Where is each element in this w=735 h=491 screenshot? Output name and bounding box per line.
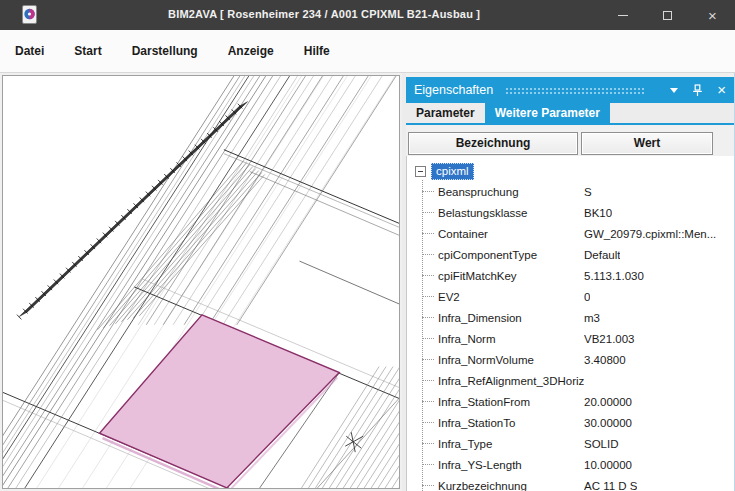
tree-branch-line [422, 275, 434, 276]
window-controls: × [600, 0, 735, 30]
property-value: GW_20979.cpixml::Men... [584, 228, 716, 240]
property-value: S [584, 186, 592, 198]
maximize-icon[interactable] [645, 0, 690, 30]
property-row[interactable]: Infra_NormVB21.003 [407, 328, 734, 349]
pin-icon[interactable] [692, 84, 703, 97]
menu-hilfe[interactable]: Hilfe [304, 44, 330, 58]
tree-branch-line [422, 296, 434, 297]
menu-darstellung[interactable]: Darstellung [132, 44, 198, 58]
drag-grip[interactable] [505, 86, 646, 95]
property-name: Infra_Type [438, 438, 584, 450]
tree-branch-line [422, 359, 434, 360]
property-value: 0 [584, 291, 590, 303]
properties-panel: Eigenschaften × Parameter Weitere Parame… [406, 73, 735, 491]
tab-parameter[interactable]: Parameter [406, 103, 485, 123]
property-value: m3 [584, 312, 600, 324]
property-value: Default [584, 249, 620, 261]
property-name: Infra_Dimension [438, 312, 584, 324]
property-row[interactable]: Infra_StationTo30.00000 [407, 412, 734, 433]
property-value: VB21.003 [584, 333, 635, 345]
property-name: Infra_StationFrom [438, 396, 584, 408]
tree-branch-line [422, 401, 434, 402]
selected-solid[interactable] [100, 315, 340, 488]
property-name: EV2 [438, 291, 584, 303]
tab-strip: Parameter Weitere Parameter [406, 103, 734, 123]
close-icon[interactable]: × [690, 0, 735, 30]
property-row[interactable]: Infra_Dimensionm3 [407, 307, 734, 328]
property-value: 3.40800 [584, 354, 626, 366]
property-value: BK10 [584, 207, 612, 219]
property-name: Kurzbezeichnung [438, 480, 584, 491]
tree-branch-line [422, 317, 434, 318]
property-name: Infra_YS-Length [438, 459, 584, 471]
menubar: Datei Start Darstellung Anzeige Hilfe [0, 30, 735, 73]
tree-branch-line [422, 422, 434, 423]
tree-branch-line [422, 191, 434, 192]
property-name: Beanspruchung [438, 186, 584, 198]
menu-start[interactable]: Start [74, 44, 101, 58]
property-row[interactable]: ContainerGW_20979.cpixml::Men... [407, 223, 734, 244]
property-row[interactable]: Infra_YS-Length10.00000 [407, 454, 734, 475]
property-name: Infra_StationTo [438, 417, 584, 429]
property-row[interactable]: BelastungsklasseBK10 [407, 202, 734, 223]
axis-gizmo-icon [345, 432, 363, 452]
property-name: Infra_RefAlignment_3DHoriz [438, 375, 584, 387]
panel-header[interactable]: Eigenschaften × [406, 77, 734, 103]
property-value: 10.00000 [584, 459, 632, 471]
tree-branch-line [422, 338, 434, 339]
app-window: BIM2AVA [ Rosenheimer 234 / A001 CPIXML … [0, 0, 735, 491]
property-name: Infra_NormVolume [438, 354, 584, 366]
property-value: AC 11 D S [584, 480, 637, 491]
tree-branch-line [422, 254, 434, 255]
property-value: 30.00000 [584, 417, 632, 429]
panel-close-icon[interactable]: × [717, 83, 726, 97]
tree-branch-line [422, 485, 434, 486]
property-value: 5.113.1.030 [584, 270, 644, 282]
column-header-wert[interactable]: Wert [581, 132, 713, 155]
window-title: BIM2AVA [ Rosenheimer 234 / A001 CPIXML … [168, 8, 480, 20]
viewport-3d[interactable] [0, 73, 402, 491]
property-row[interactable]: KurzbezeichnungAC 11 D S [407, 475, 734, 491]
menu-datei[interactable]: Datei [15, 44, 44, 58]
property-row[interactable]: Infra_NormVolume3.40800 [407, 349, 734, 370]
tree-branch-line [422, 212, 434, 213]
property-value: SOLID [584, 438, 619, 450]
minimize-icon[interactable] [600, 0, 645, 30]
column-header-bezeichnung[interactable]: Bezeichnung [408, 132, 578, 155]
property-value: 20.00000 [584, 396, 632, 408]
tree-hierarchy-line [422, 180, 423, 491]
property-row[interactable]: cpiComponentTypeDefault [407, 244, 734, 265]
property-tree[interactable]: cpixml BeanspruchungSBelastungsklasseBK1… [406, 156, 734, 491]
menu-anzeige[interactable]: Anzeige [228, 44, 274, 58]
property-row[interactable]: Infra_TypeSOLID [407, 433, 734, 454]
tree-branch-line [422, 380, 434, 381]
tab-weitere-parameter[interactable]: Weitere Parameter [485, 103, 610, 123]
property-name: cpiComponentType [438, 249, 584, 261]
titlebar: BIM2AVA [ Rosenheimer 234 / A001 CPIXML … [0, 0, 735, 30]
property-name: Belastungsklasse [438, 207, 584, 219]
property-row[interactable]: Infra_StationFrom20.00000 [407, 391, 734, 412]
active-tab-underline [406, 123, 734, 125]
tree-branch-line [422, 443, 434, 444]
property-name: Infra_Norm [438, 333, 584, 345]
property-row[interactable]: EV20 [407, 286, 734, 307]
property-row[interactable]: BeanspruchungS [407, 181, 734, 202]
panel-title: Eigenschaften [414, 83, 493, 97]
tree-root-row[interactable]: cpixml [415, 161, 734, 181]
property-name: Container [438, 228, 584, 240]
chevron-down-icon[interactable] [670, 88, 678, 93]
tree-branch-line [422, 233, 434, 234]
grid-header: Bezeichnung Wert [408, 132, 726, 155]
collapse-icon[interactable] [415, 166, 426, 177]
tree-branch-line [422, 464, 434, 465]
property-row[interactable]: Infra_RefAlignment_3DHoriz [407, 370, 734, 391]
property-rows: BeanspruchungSBelastungsklasseBK10Contai… [407, 181, 734, 491]
property-row[interactable]: cpiFitMatchKey5.113.1.030 [407, 265, 734, 286]
property-name: cpiFitMatchKey [438, 270, 584, 282]
tree-root-label[interactable]: cpixml [431, 163, 474, 180]
bim2ava-app-icon[interactable] [22, 5, 37, 24]
